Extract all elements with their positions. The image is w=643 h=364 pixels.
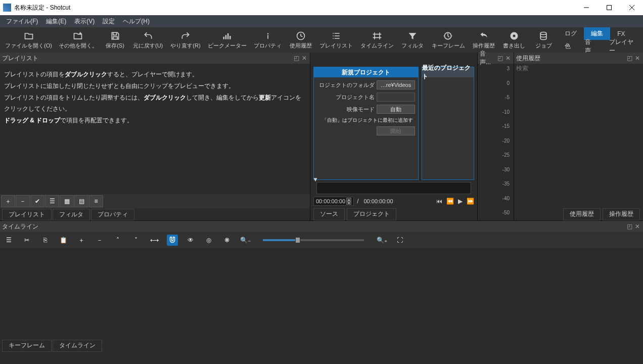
menubar: ファイル(F) 編集(E) 表示(V) 設定 ヘルプ(H): [0, 15, 643, 27]
zoom-out-icon[interactable]: 🔍₋: [240, 235, 251, 246]
lift-icon[interactable]: ˄: [112, 235, 123, 246]
menu-help[interactable]: ヘルプ(H): [119, 16, 154, 27]
playlist-update-button[interactable]: ✔: [30, 195, 44, 207]
svg-point-8: [267, 33, 268, 34]
playlist-add-button[interactable]: ＋: [1, 195, 15, 207]
toolbar-playlist[interactable]: プレイリスト: [316, 30, 356, 51]
svg-rect-9: [267, 35, 268, 39]
menu-file[interactable]: ファイル(F): [2, 16, 42, 27]
tab-keyframes-bottom[interactable]: キーフレーム: [2, 340, 52, 352]
remove-icon[interactable]: －: [94, 235, 105, 246]
maximize-button[interactable]: [598, 0, 620, 15]
split-icon[interactable]: ⟷: [149, 235, 160, 246]
toolbar-timeline[interactable]: タイムライン: [357, 30, 397, 51]
layout-audio[interactable]: 音声: [578, 40, 602, 53]
history-panel: 使用履歴◰✕ 使用履歴 操作履歴: [514, 53, 643, 220]
titlebar: 名称未設定 - Shotcut: [0, 0, 643, 15]
toolbar-filters[interactable]: フィルタ: [397, 30, 428, 51]
rewind-button[interactable]: ⏪: [446, 198, 454, 205]
toolbar-peak-meter[interactable]: ピークメーター: [204, 30, 250, 51]
toolbar-history[interactable]: 操作履歴: [469, 30, 499, 51]
toolbar-jobs[interactable]: ジョブ: [529, 30, 558, 51]
close-icon[interactable]: ✕: [634, 55, 641, 62]
project-folder-button[interactable]: …re¥Videos: [377, 80, 415, 89]
toolbar-open[interactable]: ファイルを開く(O): [2, 30, 55, 51]
history-title: 使用履歴: [516, 54, 540, 63]
tab-playlist[interactable]: プレイリスト: [2, 209, 52, 220]
toolbar-export[interactable]: 書き出し: [499, 30, 529, 51]
tab-properties[interactable]: プロパティ: [91, 209, 134, 220]
history-search-input[interactable]: [516, 65, 641, 72]
close-icon[interactable]: ✕: [504, 55, 512, 62]
timeline-title: タイムライン: [2, 222, 38, 231]
layout-log[interactable]: ログ: [558, 27, 584, 40]
new-project-header: 新規プロジェクト: [314, 67, 418, 77]
timeline-panel: タイムライン◰✕ ☰ ✂ ⎘ 📋 ＋ － ˄ ˅ ⟷ 👁 ◎ ❋ 🔍₋ 🔍₊ ⛶…: [0, 220, 643, 352]
close-icon[interactable]: ✕: [634, 223, 641, 230]
overwrite-icon[interactable]: ˅: [130, 235, 142, 246]
toolbar-properties[interactable]: プロパティ: [250, 30, 286, 51]
layout-color[interactable]: 色: [558, 40, 578, 53]
svg-rect-7: [229, 36, 231, 39]
tab-source[interactable]: ソース: [313, 208, 345, 220]
undock-icon[interactable]: ◰: [626, 223, 633, 230]
close-button[interactable]: [620, 0, 643, 15]
playlist-panel: プレイリスト ◰✕ プレイリストの項目をダブルクリックすると、プレイヤーで開けま…: [0, 53, 310, 220]
tab-filters[interactable]: フィルタ: [53, 209, 90, 220]
timeline-menu-icon[interactable]: ☰: [3, 235, 14, 246]
zoom-slider[interactable]: [263, 239, 364, 241]
scrub-icon[interactable]: 👁: [185, 235, 196, 246]
project-name-input[interactable]: [377, 93, 415, 102]
playlist-remove-button[interactable]: －: [16, 195, 30, 207]
playlist-menu-button[interactable]: ≡: [89, 195, 103, 207]
zoom-fit-icon[interactable]: ⛶: [394, 235, 405, 246]
toolbar-save[interactable]: 保存(S): [101, 30, 129, 51]
playlist-help-text: プレイリストの項目をダブルクリックすると、プレイヤーで開けます。 プレイリストに…: [0, 64, 310, 194]
play-button[interactable]: ▶: [458, 198, 463, 205]
playlist-view-tiles[interactable]: ▦: [60, 195, 74, 207]
toolbar-recent[interactable]: 使用履歴: [286, 30, 316, 51]
menu-view[interactable]: 表示(V): [70, 16, 99, 27]
ripple-all-icon[interactable]: ❋: [221, 235, 233, 246]
zoom-in-icon[interactable]: 🔍₊: [376, 235, 387, 246]
scrub-bar[interactable]: [316, 182, 471, 194]
tc-up-icon[interactable]: ▲: [346, 198, 351, 201]
copy-icon[interactable]: ⎘: [39, 235, 51, 246]
playlist-title: プレイリスト: [2, 54, 38, 63]
forward-button[interactable]: ⏩: [467, 198, 474, 205]
paste-icon[interactable]: 📋: [58, 235, 69, 246]
snap-icon[interactable]: [167, 235, 178, 246]
undock-icon[interactable]: ◰: [293, 55, 300, 62]
video-mode-select[interactable]: 自動: [377, 105, 415, 114]
tab-action-history[interactable]: 操作履歴: [603, 208, 640, 220]
toolbar-keyframes[interactable]: キーフレーム: [428, 30, 468, 51]
tab-timeline-bottom[interactable]: タイムライン: [53, 340, 102, 352]
toolbar-redo[interactable]: やり直す(R): [167, 30, 204, 51]
playlist-view-details[interactable]: ☰: [45, 195, 59, 207]
close-icon[interactable]: ✕: [301, 55, 308, 62]
menu-edit[interactable]: 編集(E): [42, 16, 70, 27]
recent-projects-header: 最近のプロジェクト: [422, 67, 474, 77]
new-project-box: 新規プロジェクト ロジェクトのフォルダ…re¥Videos プロジェクト名 映像…: [313, 67, 419, 180]
svg-rect-1: [607, 6, 611, 10]
toolbar-undo[interactable]: 元に戻す(U): [129, 30, 167, 51]
menu-settings[interactable]: 設定: [99, 16, 119, 27]
current-timecode[interactable]: 00:00:00:00▲▼: [313, 197, 354, 206]
tc-down-icon[interactable]: ▼: [346, 201, 351, 205]
minimize-button[interactable]: [575, 0, 598, 15]
cut-icon[interactable]: ✂: [21, 235, 32, 246]
skip-prev-button[interactable]: ⏮: [436, 198, 442, 205]
timeline-tracks-area[interactable]: [0, 248, 643, 340]
toolbar-open-other[interactable]: その他を開く。: [55, 30, 101, 51]
undock-icon[interactable]: ◰: [496, 55, 503, 62]
svg-rect-5: [225, 35, 227, 39]
playlist-view-icons[interactable]: ▤: [74, 195, 88, 207]
append-icon[interactable]: ＋: [76, 235, 87, 246]
undock-icon[interactable]: ◰: [626, 55, 633, 62]
tab-recent-history[interactable]: 使用履歴: [563, 208, 601, 220]
layout-player[interactable]: プレイヤー: [602, 40, 641, 53]
project-start-button[interactable]: 開始: [377, 126, 415, 135]
tab-project[interactable]: プロジェクト: [347, 208, 396, 220]
svg-point-13: [513, 34, 516, 37]
ripple-icon[interactable]: ◎: [203, 235, 214, 246]
